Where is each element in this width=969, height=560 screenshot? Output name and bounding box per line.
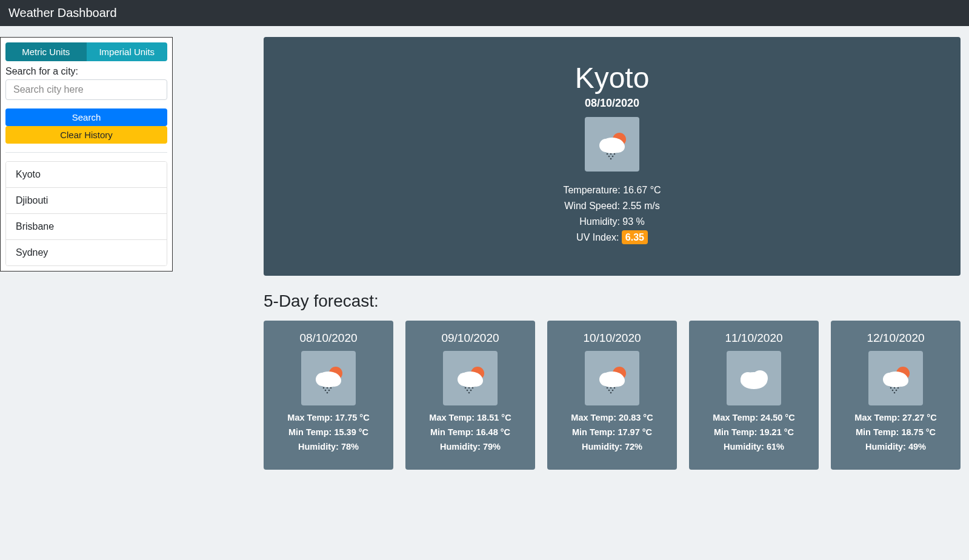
navbar: Weather Dashboard: [0, 0, 969, 26]
forecast-card: 08/10/2020Max Temp: 17.75 °CMin Temp: 15…: [264, 321, 393, 470]
sidebar: Metric Units Imperial Units Search for a…: [0, 37, 173, 272]
forecast-card: 11/10/2020Max Temp: 24.50 °CMin Temp: 19…: [689, 321, 819, 470]
search-input[interactable]: [5, 79, 167, 100]
temperature-label: Temperature:: [563, 185, 623, 195]
wind-line: Wind Speed: 2.55 m/s: [276, 201, 948, 212]
rain-sun-icon: [868, 351, 923, 405]
forecast-humidity: Humidity: 49%: [838, 442, 953, 452]
cloud-icon: [727, 351, 781, 405]
forecast-title: 5-Day forecast:: [264, 292, 961, 311]
forecast-min-temp: Min Temp: 16.48 °C: [413, 427, 528, 437]
forecast-date: 08/10/2020: [271, 332, 386, 345]
forecast-humidity: Humidity: 61%: [696, 442, 811, 452]
forecast-humidity: Humidity: 78%: [271, 442, 386, 452]
main-panel: Kyoto 08/10/2020 Temperature: 16.67 °C W…: [264, 37, 968, 470]
uv-line: UV Index: 6.35: [276, 232, 948, 243]
current-weather-icon-wrapper: [585, 117, 639, 172]
metric-units-button[interactable]: Metric Units: [5, 42, 87, 61]
forecast-date: 10/10/2020: [554, 332, 670, 345]
app-title: Weather Dashboard: [8, 6, 117, 19]
rain-sun-icon: [301, 351, 356, 405]
forecast-max-temp: Max Temp: 24.50 °C: [696, 413, 811, 422]
forecast-max-temp: Max Temp: 18.51 °C: [413, 413, 528, 422]
divider: [5, 152, 167, 153]
forecast-max-temp: Max Temp: 20.83 °C: [554, 413, 670, 422]
forecast-max-temp: Max Temp: 17.75 °C: [271, 413, 386, 422]
forecast-date: 09/10/2020: [413, 332, 528, 345]
forecast-row: 08/10/2020Max Temp: 17.75 °CMin Temp: 15…: [264, 321, 961, 470]
rain-sun-icon: [443, 351, 498, 405]
humidity-line: Humidity: 93 %: [276, 216, 948, 227]
uv-badge: 6.35: [622, 230, 648, 244]
main-container: Metric Units Imperial Units Search for a…: [0, 26, 969, 481]
history-item[interactable]: Sydney: [6, 240, 167, 265]
humidity-label: Humidity:: [579, 216, 622, 227]
forecast-min-temp: Min Temp: 17.97 °C: [554, 427, 670, 437]
unit-toggle-group: Metric Units Imperial Units: [5, 42, 167, 61]
forecast-card: 12/10/2020Max Temp: 27.27 °CMin Temp: 18…: [831, 321, 961, 470]
history-item[interactable]: Djibouti: [6, 188, 167, 214]
rain-sun-icon: [585, 117, 639, 172]
forecast-humidity: Humidity: 72%: [554, 442, 670, 452]
history-item[interactable]: Kyoto: [6, 162, 167, 188]
forecast-card: 10/10/2020Max Temp: 20.83 °CMin Temp: 17…: [547, 321, 677, 470]
search-label: Search for a city:: [5, 66, 167, 77]
forecast-card: 09/10/2020Max Temp: 18.51 °CMin Temp: 16…: [405, 321, 535, 470]
current-weather-card: Kyoto 08/10/2020 Temperature: 16.67 °C W…: [264, 37, 961, 276]
history-list: Kyoto Djibouti Brisbane Sydney: [5, 161, 167, 266]
temperature-value: 16.67 °C: [623, 185, 661, 195]
wind-label: Wind Speed:: [564, 201, 622, 211]
city-name: Kyoto: [276, 61, 948, 95]
temperature-line: Temperature: 16.67 °C: [276, 185, 948, 196]
imperial-units-button[interactable]: Imperial Units: [87, 42, 168, 61]
forecast-min-temp: Min Temp: 18.75 °C: [838, 427, 953, 437]
current-date: 08/10/2020: [276, 97, 948, 110]
clear-history-button[interactable]: Clear History: [5, 126, 167, 144]
rain-sun-icon: [585, 351, 639, 405]
humidity-value: 93 %: [622, 216, 644, 227]
forecast-min-temp: Min Temp: 15.39 °C: [271, 427, 386, 437]
uv-label: UV Index:: [576, 232, 622, 242]
search-button[interactable]: Search: [5, 108, 167, 126]
forecast-humidity: Humidity: 79%: [413, 442, 528, 452]
forecast-min-temp: Min Temp: 19.21 °C: [696, 427, 811, 437]
history-item[interactable]: Brisbane: [6, 214, 167, 240]
wind-value: 2.55 m/s: [622, 201, 659, 211]
forecast-date: 11/10/2020: [696, 332, 811, 345]
forecast-max-temp: Max Temp: 27.27 °C: [838, 413, 953, 422]
forecast-date: 12/10/2020: [838, 332, 953, 345]
